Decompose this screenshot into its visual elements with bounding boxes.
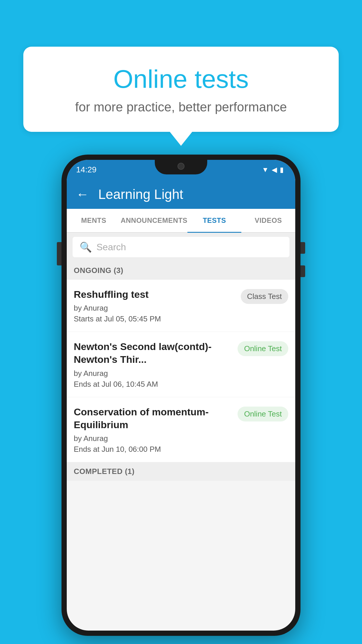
status-time: 14:29: [76, 165, 96, 174]
completed-title: COMPLETED (1): [74, 467, 135, 476]
phone-frame: 14:29 ▼ ◀ ▮ ← Learning Light MENTS ANNOU…: [61, 155, 301, 636]
test-name-2: Newton's Second law(contd)-Newton's Thir…: [74, 340, 233, 366]
test-info-3: Conservation of momentum-Equilibrium by …: [74, 405, 238, 454]
test-date-3: Ends at Jun 10, 06:00 PM: [74, 445, 233, 454]
search-bar[interactable]: 🔍 Search: [73, 237, 289, 257]
test-date-2: Ends at Jul 06, 10:45 AM: [74, 380, 233, 389]
section-completed: COMPLETED (1): [67, 462, 295, 481]
test-info-1: Reshuffling test by Anurag Starts at Jul…: [74, 288, 241, 323]
test-badge-3: Online Test: [238, 407, 288, 421]
tab-announcements[interactable]: ANNOUNCEMENTS: [121, 209, 187, 232]
phone-container: 14:29 ▼ ◀ ▮ ← Learning Light MENTS ANNOU…: [61, 155, 301, 636]
side-button: [301, 265, 305, 277]
speech-bubble: Online tests for more practice, better p…: [23, 47, 339, 132]
battery-icon: ▮: [280, 166, 284, 174]
test-list: Reshuffling test by Anurag Starts at Jul…: [67, 280, 295, 462]
tab-ments[interactable]: MENTS: [67, 209, 121, 232]
test-item-3[interactable]: Conservation of momentum-Equilibrium by …: [67, 397, 295, 462]
power-button: [301, 242, 305, 254]
phone-screen: 14:29 ▼ ◀ ▮ ← Learning Light MENTS ANNOU…: [67, 160, 295, 631]
search-icon: 🔍: [80, 241, 92, 253]
camera: [178, 163, 184, 170]
wifi-icon: ▼: [262, 166, 269, 174]
tab-videos[interactable]: VIDEOS: [241, 209, 295, 232]
back-button[interactable]: ←: [76, 187, 89, 202]
test-item-2[interactable]: Newton's Second law(contd)-Newton's Thir…: [67, 332, 295, 397]
status-icons: ▼ ◀ ▮: [262, 166, 284, 174]
volume-button: [57, 242, 61, 265]
test-badge-2: Online Test: [238, 341, 288, 356]
signal-icon: ◀: [272, 166, 277, 174]
app-bar: ← Learning Light: [67, 180, 295, 209]
test-item-1[interactable]: Reshuffling test by Anurag Starts at Jul…: [67, 280, 295, 332]
test-by-3: by Anurag: [74, 434, 233, 443]
ongoing-title: ONGOING (3): [74, 266, 123, 275]
notch: [155, 160, 207, 174]
search-placeholder: Search: [96, 242, 126, 253]
tab-bar: MENTS ANNOUNCEMENTS TESTS VIDEOS: [67, 209, 295, 233]
test-by-2: by Anurag: [74, 369, 233, 378]
bubble-title: Online tests: [47, 64, 315, 94]
test-name-1: Reshuffling test: [74, 288, 236, 301]
test-badge-1: Class Test: [241, 289, 288, 304]
test-date-1: Starts at Jul 05, 05:45 PM: [74, 314, 236, 323]
test-by-1: by Anurag: [74, 304, 236, 313]
test-info-2: Newton's Second law(contd)-Newton's Thir…: [74, 340, 238, 388]
section-ongoing: ONGOING (3): [67, 261, 295, 280]
search-container: 🔍 Search: [67, 233, 295, 261]
app-title: Learning Light: [98, 186, 183, 202]
bubble-subtitle: for more practice, better performance: [47, 100, 315, 114]
test-name-3: Conservation of momentum-Equilibrium: [74, 405, 233, 431]
tab-tests[interactable]: TESTS: [187, 209, 241, 232]
